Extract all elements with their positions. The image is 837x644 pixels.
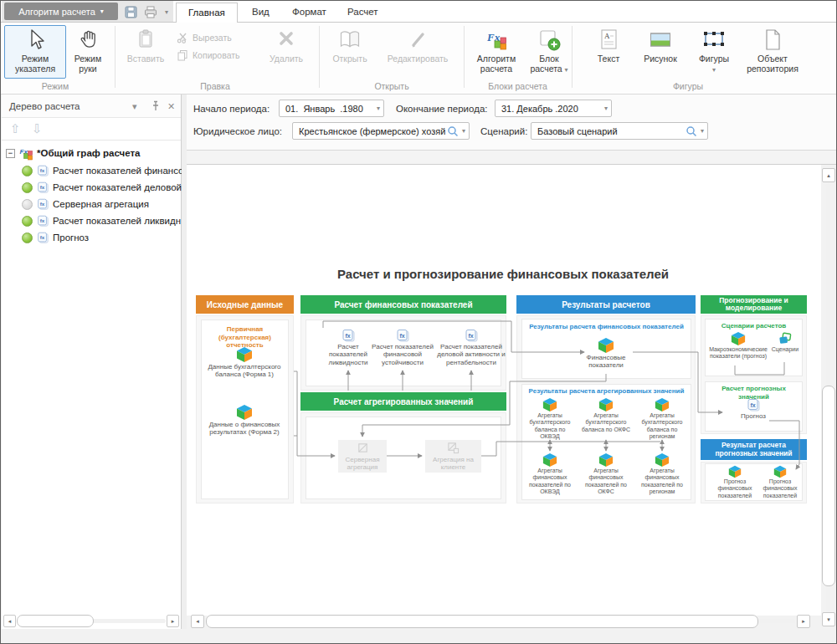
tree-item[interactable]: Расчет показателей деловой — [22, 179, 182, 196]
node-agg-fin-okved[interactable]: Агрегаты финансовых показателей по ОКВЭД — [525, 452, 575, 495]
node-stability-calc[interactable]: Расчет показателей финансовой устойчивос… — [369, 328, 436, 366]
canvas-hscroll-thumb[interactable] — [206, 615, 758, 628]
period-start-combobox[interactable]: 01. Январь .1980 ▾ — [279, 100, 384, 117]
forecast-result-header[interactable]: Результат расчета прогнозных значений — [701, 439, 807, 460]
node-agg-fin-region[interactable]: Агрегаты финансовых показателей по регио… — [637, 452, 687, 495]
scenario-combobox[interactable]: Базовый сценарий ▾ — [531, 122, 708, 140]
tree-item[interactable]: Расчет показателей ликвидн — [22, 212, 182, 229]
node-label: Серверная агрегация — [338, 456, 387, 471]
save-button[interactable] — [121, 3, 141, 20]
node-agg-balance-region[interactable]: Агрегаты бухгалтерского баланса по регио… — [637, 397, 687, 440]
close-icon[interactable]: ✕ — [167, 101, 175, 112]
tree-item-label: Расчет показателей деловой — [53, 182, 182, 192]
tab-format[interactable]: Формат — [280, 3, 338, 22]
save-icon — [124, 5, 138, 19]
node-activity-calc[interactable]: Расчет показателей деловой активности и … — [434, 328, 509, 366]
quick-access-dropdown[interactable]: ▾ — [161, 3, 172, 20]
text-button[interactable]: A Текст — [587, 25, 630, 79]
pointer-mode-label: Режим указателя — [5, 54, 65, 74]
results-section-header[interactable]: Результаты расчетов — [516, 295, 696, 314]
scissors-icon — [177, 32, 188, 43]
node-agg-balance-okved[interactable]: Агрегаты бухгалтерского баланса по ОКВЭД — [525, 397, 575, 440]
cut-button[interactable]: Вырезать — [177, 30, 260, 45]
node-macro-indicators[interactable]: Макроэкономические показатели (прогноз) — [709, 331, 768, 360]
canvas-margin — [187, 151, 837, 165]
tab-calc[interactable]: Расчет — [336, 3, 390, 22]
collapse-expander-icon[interactable]: − — [6, 149, 15, 158]
tree-toolbar: ⇧ ⇩ — [2, 118, 181, 141]
pencil-icon — [378, 28, 457, 53]
fincalc-section-header[interactable]: Расчет финансовых показателей — [300, 295, 506, 314]
open-button[interactable]: Открыть — [326, 25, 374, 79]
node-balance-data[interactable]: Данные бухгалтерского баланса (Форма 1) — [207, 346, 282, 379]
delete-button[interactable]: Удалить — [262, 25, 311, 79]
canvas-scroll-right-button[interactable]: ▸ — [797, 615, 810, 628]
shapes-button[interactable]: Фигуры▾ — [691, 25, 737, 79]
calc-algorithm-button[interactable]: Fx Алгоритм расчета — [468, 25, 525, 79]
tree-scroll-left-button[interactable]: ◂ — [3, 615, 16, 627]
node-forecast-fin-2[interactable]: Прогноз финансовых показателей — [758, 465, 802, 499]
tree-scroll-right-button[interactable]: ▸ — [167, 615, 179, 627]
calc-block-button[interactable]: Блок расчета ▾ — [528, 25, 570, 79]
source-section-header[interactable]: Исходные данные — [196, 295, 294, 314]
move-down-button[interactable]: ⇩ — [32, 121, 43, 136]
node-label: Агрегаты финансовых показателей по ОКВЭД — [525, 468, 575, 495]
app-menu-button[interactable]: Алгоритм расчета ▾ — [4, 3, 118, 20]
canvas-vscroll-thumb[interactable] — [822, 386, 835, 586]
tree-scroll-thumb[interactable] — [17, 615, 94, 627]
cursor-icon — [5, 28, 65, 53]
fx-block-icon — [395, 328, 410, 343]
canvas-scroll-down-button[interactable]: ▾ — [822, 612, 835, 626]
panel-menu-icon[interactable]: ▾ — [132, 101, 137, 112]
tree-item[interactable]: Прогноз — [22, 229, 182, 246]
fx-block-icon — [36, 231, 49, 244]
node-scenarios[interactable]: Сценарии — [769, 331, 801, 353]
tab-view[interactable]: Вид — [240, 3, 281, 22]
period-end-combobox[interactable]: 31. Декабрь .2020 ▾ — [495, 100, 612, 117]
legal-entity-combobox[interactable]: Крестьянское (фермерское) хозяй ▾ — [292, 122, 470, 140]
agg-section-header[interactable]: Расчет агрегированных значений — [300, 392, 506, 411]
fx-block-icon — [746, 397, 761, 412]
node-label: Агрегаты бухгалтерского баланса по регио… — [637, 412, 687, 440]
tree-item[interactable]: Серверная агрегация — [22, 196, 182, 212]
pin-icon[interactable] — [151, 100, 161, 115]
copy-button[interactable]: Копировать — [177, 48, 260, 63]
calc-block-label: Блок расчета — [530, 54, 562, 74]
node-liquidity-calc[interactable]: Расчет показателей ликвидности — [323, 328, 373, 366]
move-up-button[interactable]: ⇧ — [10, 121, 21, 136]
tree-root-item[interactable]: − Fx *Общий граф расчета — [2, 145, 181, 161]
node-forecast[interactable]: Прогноз — [728, 397, 778, 420]
node-label: Финансовые показатели — [577, 354, 635, 370]
node-agg-balance-okfs[interactable]: Агрегаты бухгалтерского баланса по ОКФС — [581, 397, 631, 433]
forecast-section-header[interactable]: Прогнозирование и моделирование — [701, 295, 807, 314]
legal-entity-value: Крестьянское (фермерское) хозяй — [299, 126, 447, 136]
period-end-label: Окончание периода: — [396, 100, 488, 117]
node-fin-indicators[interactable]: Финансовые показатели — [577, 337, 635, 370]
node-fin-results-data[interactable]: Данные о финансовых результатах (Форма 2… — [207, 404, 282, 437]
repo-object-label: Объект репозитория — [742, 54, 804, 74]
tree-item[interactable]: Расчет показателей финансо — [22, 162, 182, 179]
hand-mode-button[interactable]: Режим руки — [69, 25, 106, 79]
print-button[interactable] — [141, 3, 161, 20]
group-separator — [464, 26, 465, 88]
node-client-aggregation[interactable]: Агрегация на клиенте — [425, 440, 481, 473]
canvas-scroll-left-button[interactable]: ◂ — [191, 615, 204, 628]
tree-item-label: Расчет показателей ликвидн — [53, 216, 181, 226]
open-label: Открыть — [326, 54, 373, 64]
node-forecast-fin-1[interactable]: Прогноз финансовых показателей — [710, 465, 760, 499]
edit-button[interactable]: Редактировать — [377, 25, 458, 79]
period-end-value: 31. Декабрь .2020 — [501, 104, 604, 114]
tab-home[interactable]: Главная — [176, 3, 238, 23]
node-label: Прогноз финансовых показателей — [758, 478, 802, 499]
canvas-scroll-up-button[interactable]: ▴ — [822, 168, 835, 182]
paste-button[interactable]: Вставить — [120, 25, 172, 79]
pointer-mode-button[interactable]: Режим указателя — [4, 25, 66, 79]
chevron-down-icon: ▾ — [377, 105, 380, 112]
status-green-icon — [22, 216, 33, 227]
node-server-aggregation[interactable]: Серверная агрегация — [338, 440, 387, 473]
cube-icon — [773, 465, 787, 478]
picture-button[interactable]: Рисунок — [634, 25, 687, 79]
repo-object-button[interactable]: Объект репозитория — [741, 25, 804, 79]
node-agg-fin-okfs[interactable]: Агрегаты финансовых показателей по ОКФС — [581, 452, 631, 495]
cube-icon — [598, 452, 614, 468]
